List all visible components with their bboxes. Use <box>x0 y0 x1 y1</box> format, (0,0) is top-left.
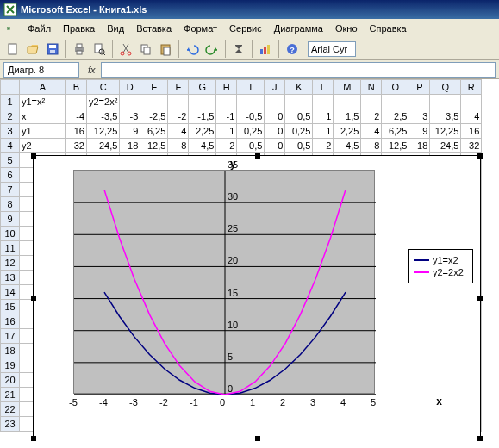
column-header[interactable]: R <box>461 80 482 95</box>
cell[interactable]: 1 <box>313 109 334 124</box>
cell[interactable]: 32 <box>461 139 482 153</box>
cell[interactable]: 2,5 <box>382 109 409 124</box>
cell[interactable] <box>313 95 334 109</box>
cell[interactable] <box>409 95 430 109</box>
column-header[interactable]: I <box>237 80 265 95</box>
cell[interactable]: 4 <box>461 109 482 124</box>
cell[interactable]: 2 <box>216 139 237 153</box>
menu-view[interactable]: Вид <box>102 22 129 35</box>
cell[interactable] <box>216 95 237 109</box>
cell[interactable] <box>189 95 216 109</box>
cell[interactable]: 6,25 <box>382 124 409 139</box>
column-header[interactable]: M <box>334 80 361 95</box>
cell[interactable]: 0 <box>265 124 285 139</box>
row-header[interactable]: 9 <box>1 212 20 227</box>
undo-icon[interactable] <box>183 40 202 59</box>
chart-wizard-icon[interactable] <box>256 40 275 59</box>
cell[interactable]: 0 <box>265 109 285 124</box>
cell[interactable]: 24,5 <box>430 139 461 153</box>
menu-chart[interactable]: Диаграмма <box>269 22 328 35</box>
row-header[interactable]: 12 <box>1 256 20 271</box>
cell[interactable]: 0,25 <box>285 124 313 139</box>
cell[interactable]: 0,5 <box>285 109 313 124</box>
cell[interactable]: x <box>20 109 66 124</box>
column-header[interactable]: L <box>313 80 334 95</box>
cell[interactable]: 0,5 <box>237 139 265 153</box>
row-header[interactable]: 1 <box>1 95 20 109</box>
row-header[interactable]: 23 <box>1 417 20 432</box>
row-header[interactable]: 17 <box>1 329 20 344</box>
print-preview-icon[interactable] <box>90 40 109 59</box>
menu-window[interactable]: Окно <box>330 22 363 35</box>
redo-icon[interactable] <box>203 40 221 59</box>
row-header[interactable]: 11 <box>1 241 20 256</box>
menu-file[interactable]: Файл <box>22 22 56 35</box>
paste-icon[interactable] <box>156 40 175 59</box>
cell[interactable] <box>66 95 87 109</box>
cell[interactable] <box>361 95 382 109</box>
column-header[interactable]: O <box>382 80 409 95</box>
column-header[interactable]: N <box>361 80 382 95</box>
cell[interactable]: 12,25 <box>430 124 461 139</box>
cell[interactable] <box>120 95 140 109</box>
row-header[interactable]: 13 <box>1 271 20 285</box>
row-header[interactable]: 22 <box>1 402 20 417</box>
cell[interactable]: 0,25 <box>237 124 265 139</box>
cell[interactable]: 16 <box>461 124 482 139</box>
cut-icon[interactable] <box>116 40 135 59</box>
cell[interactable]: 2 <box>313 139 334 153</box>
column-header[interactable]: H <box>216 80 237 95</box>
autosum-icon[interactable] <box>229 40 248 59</box>
cell[interactable]: 18 <box>409 139 430 153</box>
row-header[interactable]: 6 <box>1 168 20 183</box>
menu-insert[interactable]: Вставка <box>131 22 177 35</box>
column-header[interactable]: P <box>409 80 430 95</box>
cell[interactable]: 8 <box>361 139 382 153</box>
cell[interactable]: 1 <box>216 124 237 139</box>
column-header[interactable]: A <box>20 80 66 95</box>
cell[interactable]: -2 <box>168 109 189 124</box>
cell[interactable]: 4,5 <box>189 139 216 153</box>
chart-object[interactable]: y x y1=x2 y2=2x2 -5-4-3-2-1012345 051015… <box>33 155 481 439</box>
row-header[interactable]: 18 <box>1 344 20 358</box>
cell[interactable]: -1,5 <box>189 109 216 124</box>
cell[interactable] <box>140 95 168 109</box>
menu-help[interactable]: Справка <box>365 22 412 35</box>
cell[interactable]: y1=x² <box>20 95 66 109</box>
column-header[interactable]: C <box>87 80 120 95</box>
cell[interactable] <box>461 95 482 109</box>
column-header[interactable]: D <box>120 80 140 95</box>
cell[interactable]: -4 <box>66 109 87 124</box>
cell[interactable]: 3,5 <box>430 109 461 124</box>
row-header[interactable]: 20 <box>1 373 20 388</box>
worksheet-grid[interactable]: ABCDEFGHIJKLMNOPQR1y1=x²y2=2x²2x-4-3,5-3… <box>0 79 499 432</box>
cell[interactable]: 18 <box>120 139 140 153</box>
menu-format[interactable]: Формат <box>178 22 222 35</box>
cell[interactable]: 0,5 <box>285 139 313 153</box>
cell[interactable]: 32 <box>66 139 87 153</box>
cell[interactable] <box>430 95 461 109</box>
row-header[interactable]: 4 <box>1 139 20 153</box>
cell[interactable]: 1,5 <box>334 109 361 124</box>
copy-icon[interactable] <box>136 40 155 59</box>
column-header[interactable]: K <box>285 80 313 95</box>
cell[interactable]: 2,25 <box>189 124 216 139</box>
column-header[interactable]: J <box>265 80 285 95</box>
cell[interactable]: 6,25 <box>140 124 168 139</box>
column-header[interactable]: F <box>168 80 189 95</box>
cell[interactable]: 3 <box>409 109 430 124</box>
row-header[interactable]: 21 <box>1 388 20 402</box>
formula-input[interactable] <box>101 62 496 78</box>
row-header[interactable]: 15 <box>1 300 20 314</box>
chart-legend[interactable]: y1=x2 y2=2x2 <box>408 249 473 283</box>
column-header[interactable]: Q <box>430 80 461 95</box>
row-header[interactable]: 2 <box>1 109 20 124</box>
cell[interactable] <box>334 95 361 109</box>
cell[interactable]: 12,5 <box>140 139 168 153</box>
cell[interactable] <box>382 95 409 109</box>
save-icon[interactable] <box>43 40 62 59</box>
help-icon[interactable]: ? <box>283 40 302 59</box>
cell[interactable]: -3 <box>120 109 140 124</box>
select-all[interactable] <box>1 80 20 95</box>
cell[interactable]: 8 <box>168 139 189 153</box>
